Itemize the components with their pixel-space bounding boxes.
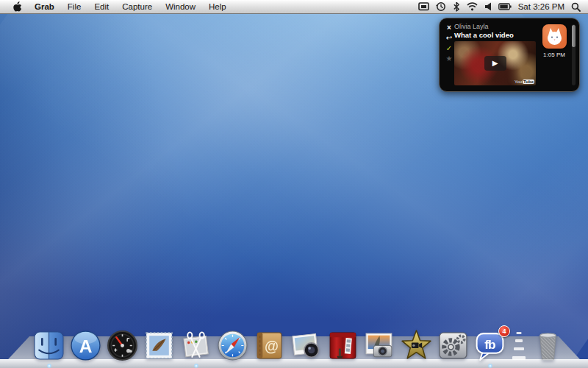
notification-title: What a cool video [454,31,538,39]
dock-icon-mail[interactable] [143,329,176,362]
menu-bar-clock[interactable]: Sat 3:26 PM [518,2,564,11]
dock-icon-facebook[interactable]: fb 4 [473,329,506,362]
svg-text:A: A [79,336,93,356]
dock-icon-iphoto[interactable] [290,329,323,362]
play-button[interactable]: ▶ [484,56,506,71]
dock-icon-dashboard[interactable] [106,329,139,362]
menu-bar: Grab File Edit Capture Window Help Sat 3… [0,0,588,14]
display-icon[interactable] [418,2,429,11]
video-thumbnail[interactable]: ▶ You Tube [454,41,536,85]
menu-app-name[interactable]: Grab [28,0,61,14]
dock-icon-grab[interactable] [179,329,212,362]
menu-capture[interactable]: Capture [115,0,159,14]
dock-icon-safari[interactable] [216,329,249,362]
running-indicator-finder [46,364,52,368]
svg-text:fb: fb [484,337,495,352]
battery-icon[interactable] [498,3,512,10]
bluetooth-icon[interactable] [453,1,460,12]
running-indicator-facebook [487,364,493,368]
reply-icon[interactable]: ↩ [446,34,452,42]
time-machine-icon[interactable] [436,1,446,12]
popup-scrollbar[interactable] [572,24,576,85]
dock-icon-app-store[interactable]: A [69,329,102,362]
check-icon[interactable]: ✓ [446,44,452,52]
star-icon[interactable]: ★ [446,54,453,63]
menu-edit[interactable]: Edit [87,0,115,14]
close-icon[interactable]: × [447,24,451,32]
dock-icon-address-book[interactable]: @ [253,329,286,362]
notification-timestamp: 1:05 PM [543,52,565,58]
dock-icon-photo-booth[interactable] [326,329,359,362]
avatar [542,24,567,49]
dock: A [0,322,588,368]
dock-icon-system-preferences[interactable] [437,329,470,362]
play-icon: ▶ [492,60,498,67]
apple-icon [12,1,22,13]
youtube-watermark: You Tube [514,79,534,84]
spotlight-icon[interactable] [571,2,581,12]
svg-text:@: @ [265,338,279,354]
apple-menu[interactable] [7,0,28,13]
dock-separator [510,329,528,362]
dock-icon-image-capture[interactable] [363,329,396,362]
notification-popup: × ↩ ✓ ★ Olivia Layla What a cool video ▶… [439,18,580,92]
menu-window[interactable]: Window [159,0,202,14]
dock-icon-trash[interactable] [531,329,564,362]
menu-help[interactable]: Help [202,0,233,14]
wifi-icon[interactable] [467,2,478,11]
scrollbar-thumb[interactable] [572,25,576,47]
running-indicator-grab [193,364,199,368]
dock-icon-finder[interactable] [32,329,65,362]
dock-icon-imovie[interactable] [400,329,433,362]
menu-file[interactable]: File [61,0,88,14]
notification-sender: Olivia Layla [454,23,538,31]
facebook-badge: 4 [498,325,510,337]
volume-icon[interactable] [484,2,492,11]
